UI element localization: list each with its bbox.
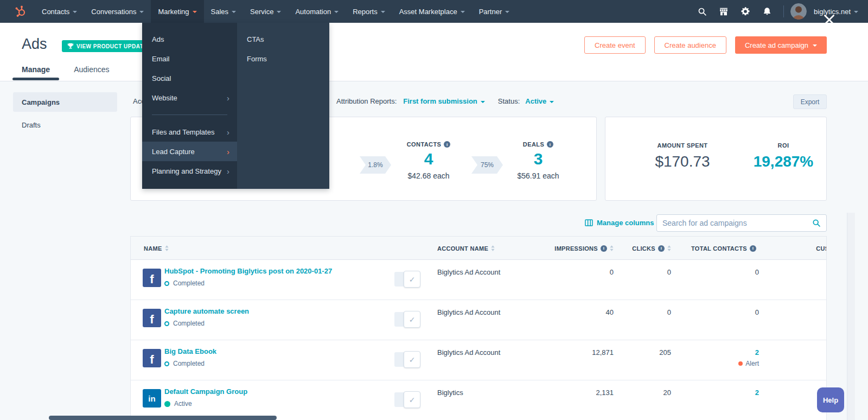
hubspot-logo-icon[interactable] bbox=[0, 5, 35, 18]
contacts-value: 4 bbox=[385, 150, 472, 168]
column-header-name[interactable]: NAME bbox=[144, 237, 169, 260]
campaign-toggle[interactable] bbox=[394, 352, 419, 367]
conversion-rate: 75% bbox=[481, 161, 494, 169]
info-icon[interactable] bbox=[444, 141, 450, 148]
notifications-bell-icon[interactable] bbox=[757, 0, 777, 23]
nav-item-sales[interactable]: Sales bbox=[204, 0, 244, 23]
chevron-down-icon bbox=[550, 101, 554, 103]
contacts-link[interactable]: 2 bbox=[755, 389, 759, 397]
sort-icon[interactable] bbox=[491, 245, 495, 251]
status-label: Status: bbox=[498, 97, 520, 105]
sidebar-item-drafts[interactable]: Drafts bbox=[13, 115, 117, 135]
badge-label: VIEW PRODUCT UPDATES bbox=[76, 43, 151, 49]
search-icon[interactable] bbox=[692, 0, 712, 23]
sort-icon[interactable] bbox=[610, 245, 614, 251]
campaign-toggle[interactable] bbox=[394, 312, 419, 327]
menu-item-social[interactable]: Social bbox=[142, 68, 237, 88]
clicks-cell: 205 bbox=[619, 348, 671, 357]
marketing-dropdown-menu: Ads Email Social Website Files and Templ… bbox=[142, 23, 329, 189]
column-header-account-name[interactable]: ACCOUNT NAME bbox=[437, 237, 495, 260]
submenu-item-ctas[interactable]: CTAs bbox=[237, 29, 329, 49]
tab-bar: Manage Audiences bbox=[22, 65, 110, 80]
trophy-icon bbox=[67, 43, 74, 49]
sort-icon[interactable] bbox=[667, 245, 671, 251]
table-row: f Capture automate screen Completed Bigl… bbox=[131, 300, 826, 340]
clicks-cell: 20 bbox=[619, 389, 671, 397]
horizontal-scrollbar-thumb[interactable] bbox=[49, 416, 277, 420]
impressions-cell: 2,131 bbox=[543, 389, 614, 397]
column-header-impressions[interactable]: IMPRESSIONS bbox=[543, 237, 614, 260]
info-icon[interactable] bbox=[750, 245, 756, 252]
column-header-customers[interactable]: CUSTOMERS bbox=[800, 237, 827, 260]
status-dropdown[interactable]: Active bbox=[525, 97, 554, 105]
chevron-down-icon bbox=[334, 11, 339, 13]
campaign-name-link[interactable]: Capture automate screen bbox=[164, 307, 249, 315]
sidebar-item-campaigns[interactable]: Campaigns bbox=[13, 92, 117, 112]
roi-value: 19,287% bbox=[740, 153, 827, 170]
nav-item-marketing[interactable]: Marketing bbox=[151, 0, 203, 23]
campaign-name-link[interactable]: HubSpot - Promoting Biglytics post on 20… bbox=[164, 267, 332, 275]
column-header-clicks[interactable]: CLICKS bbox=[619, 237, 671, 260]
account-name-cell: Biglytics bbox=[437, 389, 463, 397]
menu-item-planning-and-strategy[interactable]: Planning and Strategy bbox=[142, 161, 237, 181]
nav-item-conversations[interactable]: Conversations bbox=[84, 0, 151, 23]
submenu-item-forms[interactable]: Forms bbox=[237, 49, 329, 68]
info-icon[interactable] bbox=[658, 245, 665, 252]
search-input[interactable] bbox=[657, 219, 810, 227]
chevron-right-icon bbox=[227, 93, 229, 103]
status-text: Active bbox=[174, 400, 192, 408]
close-icon[interactable] bbox=[823, 14, 835, 28]
campaign-toggle[interactable] bbox=[394, 392, 419, 407]
attribution-dropdown[interactable]: First form submission bbox=[403, 97, 485, 105]
menu-item-files-and-templates[interactable]: Files and Templates bbox=[142, 122, 237, 142]
marketplace-icon[interactable] bbox=[714, 0, 733, 23]
menu-item-email[interactable]: Email bbox=[142, 49, 237, 68]
toggle-knob-check-icon bbox=[404, 351, 420, 368]
help-button[interactable]: Help bbox=[817, 387, 844, 412]
column-header-total-contacts[interactable]: TOTAL CONTACTS bbox=[695, 237, 759, 260]
account-menu[interactable]: biglytics.net bbox=[814, 8, 858, 16]
button-label: Create ad campaign bbox=[745, 41, 808, 49]
roi-label: ROI bbox=[740, 142, 827, 149]
chevron-down-icon bbox=[505, 11, 509, 13]
user-avatar[interactable] bbox=[790, 3, 807, 20]
create-event-button[interactable]: Create event bbox=[584, 36, 645, 54]
nav-item-partner[interactable]: Partner bbox=[472, 0, 517, 23]
spend-roi-card: AMOUNT SPENT $170.73 ROI 19,287% bbox=[605, 117, 827, 201]
menu-item-lead-capture[interactable]: Lead Capture bbox=[142, 142, 237, 161]
status-value: Active bbox=[525, 97, 546, 105]
chevron-down-icon bbox=[854, 11, 858, 13]
nav-item-automation[interactable]: Automation bbox=[288, 0, 346, 23]
menu-divider bbox=[152, 114, 227, 115]
nav-label: Asset Marketplace bbox=[399, 8, 457, 16]
tab-manage[interactable]: Manage bbox=[22, 65, 50, 80]
create-audience-button[interactable]: Create audience bbox=[654, 36, 726, 54]
total-contacts-cell: 2 bbox=[695, 348, 759, 357]
menu-item-website[interactable]: Website bbox=[142, 88, 237, 107]
roi-stat: ROI 19,287% bbox=[740, 142, 827, 170]
nav-item-service[interactable]: Service bbox=[243, 0, 288, 23]
create-ad-campaign-button[interactable]: Create ad campaign bbox=[735, 36, 827, 54]
menu-item-ads[interactable]: Ads bbox=[142, 29, 237, 49]
search-icon[interactable] bbox=[810, 219, 826, 227]
nav-item-asset-marketplace[interactable]: Asset Marketplace bbox=[392, 0, 472, 23]
manage-columns-link[interactable]: Manage columns bbox=[585, 219, 654, 227]
vertical-scrollbar[interactable] bbox=[847, 213, 855, 420]
sort-icon[interactable] bbox=[165, 245, 169, 251]
campaign-name-link[interactable]: Default Campaign Group bbox=[164, 387, 247, 396]
active-status-icon bbox=[164, 401, 170, 407]
info-icon[interactable] bbox=[547, 141, 553, 148]
nav-item-contacts[interactable]: Contacts bbox=[35, 0, 84, 23]
nav-item-reports[interactable]: Reports bbox=[346, 0, 392, 23]
column-label: IMPRESSIONS bbox=[554, 245, 598, 252]
settings-gear-icon[interactable] bbox=[736, 0, 755, 23]
chevron-right-icon bbox=[227, 128, 229, 137]
contacts-link[interactable]: 2 bbox=[755, 348, 759, 357]
campaign-toggle[interactable] bbox=[394, 272, 419, 287]
tab-audiences[interactable]: Audiences bbox=[74, 65, 109, 80]
campaign-name-link[interactable]: Big Data Ebook bbox=[164, 347, 216, 355]
info-icon[interactable] bbox=[601, 245, 607, 252]
nav-label: Sales bbox=[211, 8, 229, 16]
export-button[interactable]: Export bbox=[793, 94, 827, 109]
clicks-cell: 0 bbox=[619, 268, 671, 276]
